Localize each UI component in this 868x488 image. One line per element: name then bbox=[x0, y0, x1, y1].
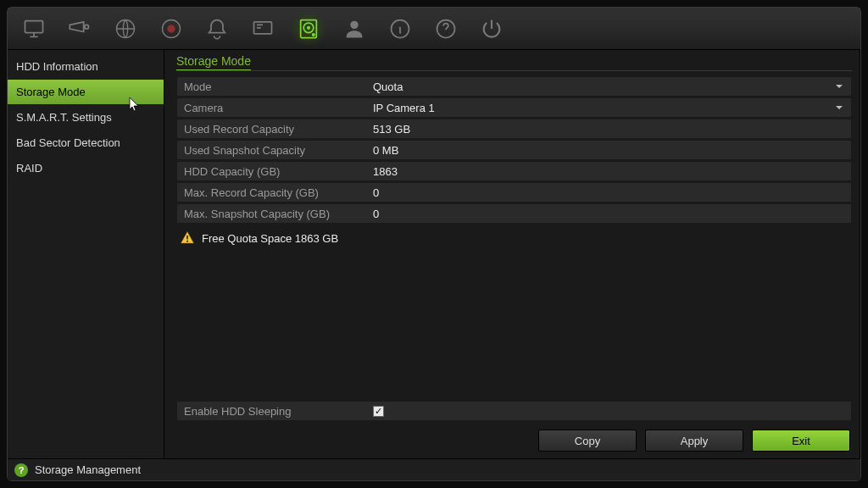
select-camera-value: IP Camera 1 bbox=[373, 102, 435, 114]
select-mode-value: Quota bbox=[373, 80, 403, 93]
sidebar: HDD Information Storage Mode S.M.A.R.T. … bbox=[8, 50, 164, 458]
exit-button[interactable]: Exit bbox=[752, 430, 850, 452]
record-icon[interactable] bbox=[150, 13, 192, 45]
svg-point-10 bbox=[350, 20, 358, 28]
svg-point-8 bbox=[308, 26, 309, 28]
sidebar-item-bad-sector[interactable]: Bad Sector Detection bbox=[8, 130, 164, 155]
camera-icon[interactable] bbox=[58, 13, 101, 45]
help-icon[interactable] bbox=[425, 13, 467, 45]
monitor-icon[interactable] bbox=[13, 13, 55, 45]
body: HDD Information Storage Mode S.M.A.R.T. … bbox=[8, 50, 860, 458]
svg-point-4 bbox=[167, 25, 175, 32]
label-used-snapshot: Used Snapshot Capacity bbox=[177, 144, 368, 157]
power-icon[interactable] bbox=[470, 13, 513, 45]
row-camera: Camera IP Camera 1 bbox=[176, 97, 852, 118]
top-toolbar bbox=[8, 8, 860, 50]
quota-notice: Free Quota Space 1863 GB bbox=[176, 224, 852, 252]
sidebar-item-label: Storage Mode bbox=[16, 86, 86, 98]
label-hdd-capacity: HDD Capacity (GB) bbox=[177, 165, 368, 178]
value-used-snapshot: 0 MB bbox=[368, 144, 851, 157]
label-used-record: Used Record Capacity bbox=[177, 123, 368, 136]
svg-point-9 bbox=[313, 33, 314, 35]
select-mode[interactable]: Quota bbox=[368, 80, 851, 93]
copy-button[interactable]: Copy bbox=[538, 430, 637, 452]
row-used-snapshot: Used Snapshot Capacity 0 MB bbox=[176, 140, 852, 160]
apply-button[interactable]: Apply bbox=[645, 430, 743, 452]
sidebar-item-label: HDD Information bbox=[16, 60, 98, 73]
sidebar-item-hdd-information[interactable]: HDD Information bbox=[8, 54, 164, 79]
row-hdd-capacity: HDD Capacity (GB) 1863 bbox=[176, 161, 852, 181]
display-icon[interactable] bbox=[242, 13, 284, 45]
main-panel: Storage Mode Mode Quota Camera IP Camera… bbox=[164, 50, 860, 458]
label-mode: Mode bbox=[177, 80, 368, 93]
value-used-record: 513 GB bbox=[368, 123, 851, 136]
label-camera: Camera bbox=[177, 102, 368, 114]
form: Mode Quota Camera IP Camera 1 Used Recor… bbox=[176, 76, 852, 224]
info-icon[interactable] bbox=[379, 13, 421, 45]
button-row: Copy Apply Exit bbox=[176, 426, 852, 453]
input-max-record[interactable]: 0 bbox=[368, 186, 851, 199]
svg-rect-5 bbox=[254, 21, 272, 33]
label-max-snapshot: Max. Snapshot Capacity (GB) bbox=[177, 208, 368, 220]
checkbox-enable-sleeping-wrap: ✓ bbox=[368, 406, 851, 417]
row-enable-sleeping: Enable HDD Sleeping ✓ bbox=[176, 401, 852, 421]
row-mode: Mode Quota bbox=[176, 76, 852, 97]
app-window: HDD Information Storage Mode S.M.A.R.T. … bbox=[7, 7, 861, 481]
svg-point-1 bbox=[85, 25, 89, 29]
section-title: Storage Mode bbox=[176, 53, 852, 71]
label-enable-sleeping: Enable HDD Sleeping bbox=[177, 405, 368, 418]
sidebar-item-label: RAID bbox=[16, 162, 42, 175]
globe-icon[interactable] bbox=[104, 13, 147, 45]
warning-icon bbox=[180, 230, 195, 246]
sidebar-item-label: S.M.A.R.T. Settings bbox=[16, 111, 112, 124]
sidebar-item-label: Bad Sector Detection bbox=[16, 136, 120, 149]
user-icon[interactable] bbox=[333, 13, 376, 45]
row-max-record: Max. Record Capacity (GB) 0 bbox=[176, 182, 852, 202]
label-max-record: Max. Record Capacity (GB) bbox=[177, 186, 368, 199]
hdd-icon[interactable] bbox=[287, 13, 330, 45]
svg-point-13 bbox=[186, 241, 188, 242]
help-small-icon[interactable]: ? bbox=[14, 463, 28, 477]
chevron-down-icon bbox=[836, 106, 843, 109]
sidebar-item-raid[interactable]: RAID bbox=[8, 156, 164, 180]
chevron-down-icon bbox=[836, 85, 843, 88]
sidebar-item-storage-mode[interactable]: Storage Mode bbox=[8, 80, 164, 104]
row-used-record: Used Record Capacity 513 GB bbox=[176, 119, 852, 139]
row-max-snapshot: Max. Snapshot Capacity (GB) 0 bbox=[176, 203, 852, 224]
sidebar-item-smart-settings[interactable]: S.M.A.R.T. Settings bbox=[8, 105, 164, 130]
svg-rect-0 bbox=[25, 20, 43, 32]
alarm-icon[interactable] bbox=[196, 13, 238, 45]
status-text: Storage Management bbox=[35, 463, 141, 476]
input-max-snapshot[interactable]: 0 bbox=[368, 208, 851, 220]
status-bar: ? Storage Management bbox=[8, 458, 860, 480]
select-camera[interactable]: IP Camera 1 bbox=[368, 102, 851, 114]
quota-notice-text: Free Quota Space 1863 GB bbox=[202, 232, 338, 245]
value-hdd-capacity: 1863 bbox=[368, 165, 851, 178]
checkbox-enable-sleeping[interactable]: ✓ bbox=[373, 406, 384, 417]
